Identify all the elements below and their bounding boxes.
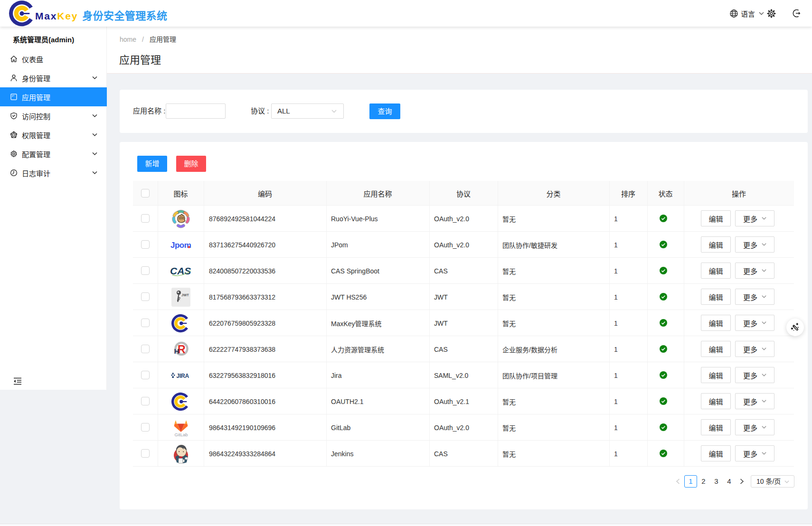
svg-text:JIRA: JIRA (176, 372, 189, 379)
svg-text:H: H (174, 347, 179, 355)
svg-text:CAS: CAS (170, 265, 191, 276)
svg-text:Jpom: Jpom (170, 241, 191, 250)
svg-text:JWT: JWT (181, 293, 189, 297)
svg-text:GitLab: GitLab (174, 432, 188, 437)
